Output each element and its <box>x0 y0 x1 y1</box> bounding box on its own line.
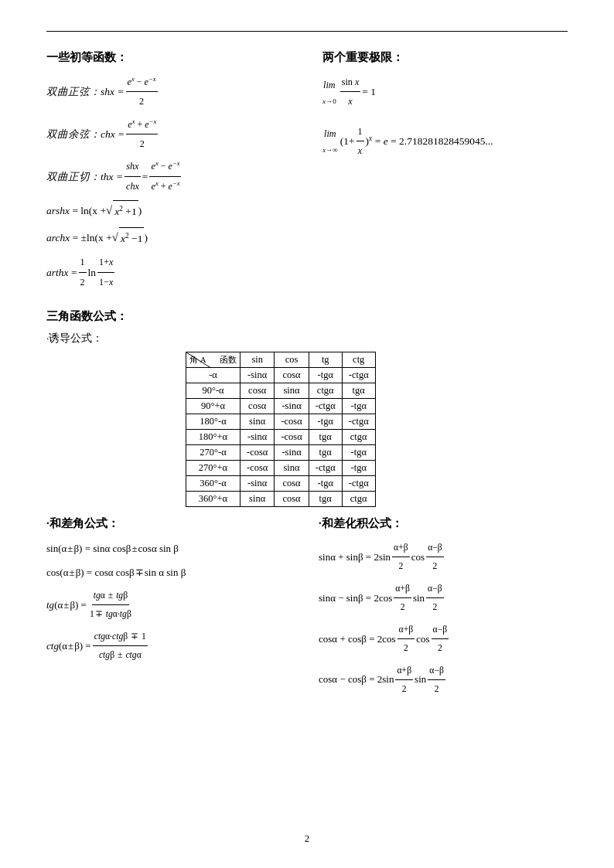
row-angle: 180°-α <box>186 414 240 430</box>
cell-tg: -tgα <box>309 414 342 430</box>
svg-line-0 <box>186 352 240 367</box>
trig-title: 三角函数公式： <box>46 309 568 324</box>
row-angle: -α <box>186 368 240 383</box>
sum-diff-cos: cos(α±β) = cosα cosβ ∓ sin α sin β <box>46 563 295 583</box>
limit2-lim-sub: x→∞ <box>322 143 338 157</box>
tg-num: tgα ± tgβ <box>92 587 130 605</box>
limit2-expr: (1+ <box>340 131 355 151</box>
ctg-num: ctgα·ctgβ ∓ 1 <box>93 628 148 646</box>
table-row: 90°-α cosα sinα ctgα tgα <box>186 383 376 399</box>
col-cos: cos <box>275 352 309 368</box>
stp-frac4b: α−β 2 <box>428 662 445 699</box>
table-row: 270°-α -cosα -sinα tgα -tgα <box>186 445 376 461</box>
cell-cos: cosα <box>275 476 309 492</box>
thx-equals: = <box>142 166 148 187</box>
diagonal-line-container <box>186 352 240 367</box>
arshx-text: arshx = ln(x + <box>46 200 106 221</box>
cell-ctg: -ctgα <box>342 476 375 492</box>
limit1-den: x <box>346 92 353 111</box>
row-angle: 90°-α <box>186 383 240 399</box>
cell-tg: -ctgα <box>309 461 342 476</box>
stp-frac3a: α+β 2 <box>397 621 415 658</box>
row-angle: 90°+α <box>186 399 240 414</box>
induction-subtitle: ·诱导公式： <box>46 332 568 345</box>
page: 一些初等函数： 双曲正弦：shx = ex − e−x 2 双曲余弦：chx =… <box>0 0 614 868</box>
col-tg: tg <box>309 352 342 368</box>
limit1-result: = 1 <box>362 81 376 102</box>
col-ctg: ctg <box>342 352 375 368</box>
arthx-num: 1+x <box>97 253 114 272</box>
table-row: 360°+α sinα cosα tgα ctgα <box>186 492 376 507</box>
limit2-line: lim x→∞ (1+ 1 x )x = e = 2.7182818284590… <box>322 122 568 161</box>
table-row: 360°-α -sinα cosα -tgα -ctgα <box>186 476 376 492</box>
cell-cos: cosα <box>275 492 309 507</box>
arthx-half-num: 1 <box>79 253 87 272</box>
stp-frac2a: α+β 2 <box>394 580 411 617</box>
chx-formula: 双曲余弦：chx = ex + e−x 2 <box>46 115 292 154</box>
stp-frac1b: α−β 2 <box>426 539 444 576</box>
table-header-row: 函数 角 A sin cos tg ctg <box>186 352 376 368</box>
trig-section: 三角函数公式： ·诱导公式： 函数 角 A sin cos tg ctg <box>46 309 568 507</box>
cell-tg: -tgα <box>309 476 342 492</box>
sum-diff-sin: sin(α±β) = sinα cosβ ± cosα sin β <box>46 539 295 559</box>
cell-sin: -sinα <box>240 368 275 383</box>
stp-cos-plus: cosα + cosβ = 2cos α+β 2 cos α−β 2 <box>319 621 568 658</box>
arthx-den: 1−x <box>97 273 114 291</box>
limit2-lim: lim x→∞ <box>322 124 338 158</box>
cell-sin: -cosα <box>240 461 275 476</box>
thx-formula: 双曲正切：thx = shx chx = ex − e−x ex + e−x <box>46 157 292 196</box>
cell-sin: -sinα <box>240 476 275 492</box>
shx-formula: 双曲正弦：shx = ex − e−x 2 <box>46 73 292 111</box>
cell-ctg: ctgα <box>342 430 375 445</box>
cell-sin: -sinα <box>240 430 275 445</box>
elem-func-title: 一些初等函数： <box>46 50 292 65</box>
thx-shx: shx <box>125 157 140 176</box>
bottom-two-col: ·和差角公式： sin(α±β) = sinα cosβ ± cosα sin … <box>46 516 568 702</box>
stp-frac4a: α+β 2 <box>395 662 413 699</box>
thx-frac1: shx chx <box>125 157 141 196</box>
row-angle: 360°+α <box>186 492 240 507</box>
archx-close: ) <box>144 227 148 248</box>
tg-den: 1∓ tgα·tgβ <box>88 605 133 623</box>
arshx-formula: arshx = ln(x + √ x2 +1 ) <box>46 199 292 223</box>
arshx-sqrt: √ x2 +1 <box>106 199 138 223</box>
sum-to-product-col: ·和差化积公式： sinα + sinβ = 2sin α+β 2 cos α−… <box>319 516 568 702</box>
thx-den: ex + e−x <box>149 177 181 196</box>
cell-sin: cosα <box>240 383 275 399</box>
table-row: 90°+α cosα -sinα -ctgα -tgα <box>186 399 376 414</box>
stp-frac3b: α−β 2 <box>432 621 449 658</box>
limit2-den: x <box>356 141 363 160</box>
limit1-lim-sub: x→0 <box>322 94 336 108</box>
stp-sin-minus: sinα − sinβ = 2cos α+β 2 sin α−β 2 <box>319 580 568 617</box>
stp-cos-minus: cosα − cosβ = 2sin α+β 2 sin α−β 2 <box>319 662 568 699</box>
col-sin: sin <box>240 352 275 368</box>
thx-label: 双曲正切：thx = <box>46 166 123 187</box>
limit1-frac: sin x x <box>340 73 361 111</box>
limit1-lim: lim x→0 <box>322 76 336 109</box>
cell-sin: -cosα <box>240 445 275 461</box>
arshx-close: ) <box>138 200 142 221</box>
limit2-frac: 1 x <box>356 122 364 161</box>
cell-tg: tgα <box>309 445 342 461</box>
important-limits-section: 两个重要极限： lim x→0 sin x x = 1 lim x→∞ <box>307 50 568 295</box>
cell-ctg: tgα <box>342 383 375 399</box>
cell-sin: sinα <box>240 492 275 507</box>
sqrt-sym-2: √ <box>112 226 118 250</box>
cell-cos: -cosα <box>275 414 309 430</box>
limit2-power: )x = e = 2.718281828459045... <box>366 131 493 151</box>
sum-diff-tg: tg(α±β) = tgα ± tgβ 1∓ tgα·tgβ <box>46 587 295 624</box>
cell-cos: -sinα <box>275 445 309 461</box>
page-number: 2 <box>305 832 310 845</box>
chx-den: 2 <box>138 134 146 153</box>
shx-num: ex − e−x <box>126 73 158 92</box>
cell-cos: -cosα <box>275 430 309 445</box>
cell-ctg: -tgα <box>342 445 375 461</box>
sum-diff-col: ·和差角公式： sin(α±β) = sinα cosβ ± cosα sin … <box>46 516 295 702</box>
cell-tg: ctgα <box>309 383 342 399</box>
chx-frac: ex + e−x 2 <box>126 115 158 154</box>
archx-sqrt: √ x2 −1 <box>112 226 145 250</box>
thx-num: ex − e−x <box>149 157 181 176</box>
cell-cos: sinα <box>275 383 309 399</box>
elementary-functions-section: 一些初等函数： 双曲正弦：shx = ex − e−x 2 双曲余弦：chx =… <box>46 50 307 295</box>
cell-cos: sinα <box>275 461 309 476</box>
